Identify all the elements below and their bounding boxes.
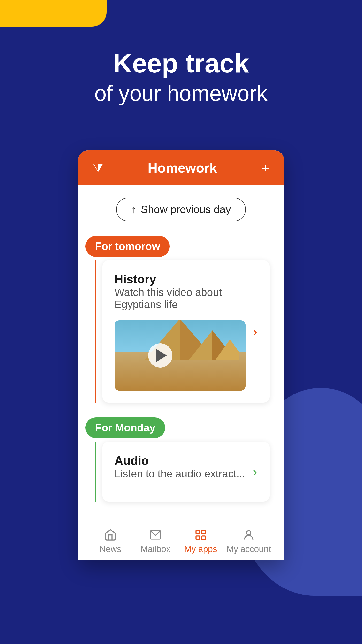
card-header: ⧩ Homework +	[78, 150, 284, 186]
hero-title-line1: Keep track	[0, 48, 362, 78]
play-button[interactable]	[148, 343, 173, 368]
history-description: Watch this video about Egyptians life	[115, 286, 245, 310]
bottom-navigation: News Mailbox My apps	[78, 521, 284, 560]
for-monday-section: For Monday Audio Listen to the audio ext…	[93, 417, 269, 502]
video-thumbnail[interactable]	[115, 320, 245, 390]
nav-item-mailbox[interactable]: Mailbox	[136, 528, 175, 554]
card-body: ↑ Show previous day For tomorow History	[78, 186, 284, 521]
for-tomorrow-section: For tomorow History Watch this video abo…	[93, 236, 269, 403]
audio-chevron[interactable]: ›	[253, 464, 257, 479]
filter-icon[interactable]: ⧩	[93, 160, 103, 175]
audio-description: Listen to the audio extract...	[115, 468, 245, 480]
add-icon[interactable]: +	[261, 160, 269, 176]
person-icon	[242, 528, 255, 541]
history-subject: History	[115, 272, 245, 286]
svg-rect-8	[196, 536, 199, 540]
grid-icon	[194, 528, 207, 541]
play-triangle	[156, 349, 167, 362]
audio-subject: Audio	[115, 454, 245, 468]
hero-title-line2: of your homework	[0, 80, 362, 106]
history-homework-card: History Watch this video about Egyptians…	[102, 260, 269, 403]
for-tomorrow-label: For tomorow	[85, 236, 170, 257]
audio-text: Audio Listen to the audio extract...	[115, 454, 245, 490]
history-row: History Watch this video about Egyptians…	[115, 272, 257, 390]
svg-rect-9	[202, 536, 205, 540]
svg-rect-6	[196, 530, 199, 534]
show-previous-day-button[interactable]: ↑ Show previous day	[116, 198, 246, 222]
section-spacer	[93, 403, 269, 417]
house-icon	[104, 528, 117, 541]
svg-rect-7	[202, 530, 205, 534]
audio-homework-card: Audio Listen to the audio extract... ›	[102, 442, 269, 502]
mailbox-label: Mailbox	[141, 544, 171, 554]
my-account-label: My account	[226, 544, 271, 554]
bottom-spacer	[93, 502, 269, 509]
nav-item-my-account[interactable]: My account	[226, 528, 271, 554]
pyramids-svg	[121, 320, 239, 366]
svg-point-10	[247, 531, 251, 535]
hero-section: Keep track of your homework	[0, 48, 362, 106]
my-apps-label: My apps	[184, 544, 217, 554]
timeline-line-orange	[95, 260, 96, 403]
audio-row: Audio Listen to the audio extract... ›	[115, 454, 257, 490]
nav-item-news[interactable]: News	[91, 528, 130, 554]
yellow-corner-decoration	[0, 0, 107, 27]
homework-card: ⧩ Homework + ↑ Show previous day For tom…	[78, 150, 284, 560]
show-prev-label: Show previous day	[141, 204, 231, 216]
card-title: Homework	[148, 160, 217, 176]
envelope-icon	[149, 528, 162, 541]
for-monday-label: For Monday	[85, 417, 165, 438]
timeline-line-green	[95, 442, 96, 502]
history-chevron[interactable]: ›	[253, 324, 257, 339]
arrow-up-icon: ↑	[131, 204, 137, 216]
news-label: News	[100, 544, 121, 554]
history-text: History Watch this video about Egyptians…	[115, 272, 245, 390]
nav-item-my-apps[interactable]: My apps	[181, 528, 220, 554]
